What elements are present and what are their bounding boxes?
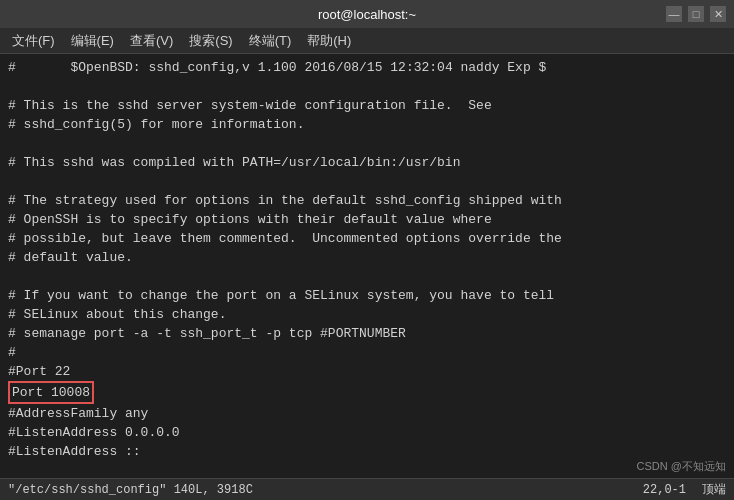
status-bar: "/etc/ssh/sshd_config" 140L, 3918C 22,0-… bbox=[0, 478, 734, 500]
status-right: 22,0-1 顶端 bbox=[643, 481, 726, 498]
line-6: # This sshd was compiled with PATH=/usr/… bbox=[8, 153, 726, 172]
window-title: root@localhost:~ bbox=[68, 7, 666, 22]
menu-file[interactable]: 文件(F) bbox=[4, 30, 63, 52]
minimize-button[interactable]: — bbox=[666, 6, 682, 22]
line-15: # semanage port -a -t ssh_port_t -p tcp … bbox=[8, 324, 726, 343]
line-16: # bbox=[8, 343, 726, 362]
scroll-mode: 顶端 bbox=[702, 481, 726, 498]
line-8: # The strategy used for options in the d… bbox=[8, 191, 726, 210]
line-11: # default value. bbox=[8, 248, 726, 267]
line-after-1: #AddressFamily any bbox=[8, 404, 726, 423]
line-17: #Port 22 bbox=[8, 362, 726, 381]
line-after-3: #ListenAddress :: bbox=[8, 442, 726, 461]
window-controls: — □ ✕ bbox=[666, 6, 726, 22]
cursor-position: 22,0-1 bbox=[643, 483, 686, 497]
terminal-window: root@localhost:~ — □ ✕ 文件(F) 编辑(E) 查看(V)… bbox=[0, 0, 734, 500]
line-14: # SELinux about this change. bbox=[8, 305, 726, 324]
menu-terminal[interactable]: 终端(T) bbox=[241, 30, 300, 52]
line-after-4 bbox=[8, 461, 726, 478]
terminal-content[interactable]: # $OpenBSD: sshd_config,v 1.100 2016/08/… bbox=[0, 54, 734, 478]
menu-edit[interactable]: 编辑(E) bbox=[63, 30, 122, 52]
title-bar: root@localhost:~ — □ ✕ bbox=[0, 0, 734, 28]
line-3: # This is the sshd server system-wide co… bbox=[8, 96, 726, 115]
menu-search[interactable]: 搜索(S) bbox=[181, 30, 240, 52]
menu-view[interactable]: 查看(V) bbox=[122, 30, 181, 52]
highlighted-line: Port 10008 bbox=[8, 381, 726, 404]
close-button[interactable]: ✕ bbox=[710, 6, 726, 22]
line-13: # If you want to change the port on a SE… bbox=[8, 286, 726, 305]
maximize-button[interactable]: □ bbox=[688, 6, 704, 22]
line-1: # $OpenBSD: sshd_config,v 1.100 2016/08/… bbox=[8, 58, 726, 77]
menu-help[interactable]: 帮助(H) bbox=[299, 30, 359, 52]
line-10: # possible, but leave them commented. Un… bbox=[8, 229, 726, 248]
port-value: Port 10008 bbox=[8, 381, 94, 404]
line-5 bbox=[8, 134, 726, 153]
line-9: # OpenSSH is to specify options with the… bbox=[8, 210, 726, 229]
line-after-2: #ListenAddress 0.0.0.0 bbox=[8, 423, 726, 442]
line-2 bbox=[8, 77, 726, 96]
line-12 bbox=[8, 267, 726, 286]
line-7 bbox=[8, 172, 726, 191]
line-4: # sshd_config(5) for more information. bbox=[8, 115, 726, 134]
watermark: CSDN @不知远知 bbox=[637, 459, 726, 474]
file-info: "/etc/ssh/sshd_config" 140L, 3918C bbox=[8, 483, 253, 497]
menu-bar: 文件(F) 编辑(E) 查看(V) 搜索(S) 终端(T) 帮助(H) bbox=[0, 28, 734, 54]
